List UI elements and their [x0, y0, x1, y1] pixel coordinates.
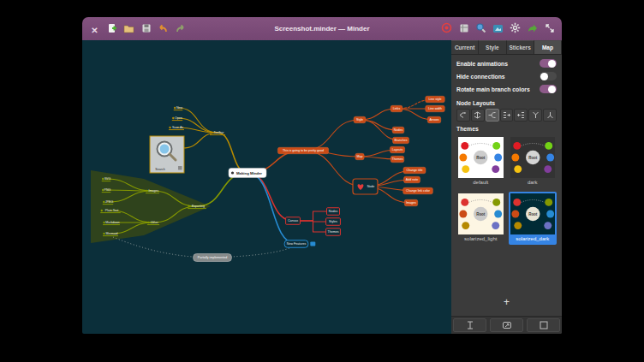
theme-preview: Root: [510, 137, 556, 178]
tab-stickers[interactable]: Stickers: [507, 40, 534, 54]
mindmap-node-linestyle[interactable]: Line style: [426, 96, 445, 103]
fullscreen-button[interactable]: [543, 22, 556, 35]
mindmap-node-search[interactable]: Search: [150, 136, 184, 173]
theme-tile-dark[interactable]: Rootdark: [509, 135, 558, 188]
mindmap-node-changetitle[interactable]: Change title: [403, 167, 426, 174]
mindmap-node-new[interactable]: New: [174, 106, 183, 110]
mindmap-node-style[interactable]: Style: [354, 116, 366, 123]
node-label: Line style: [428, 98, 441, 101]
node-label: PNG: [104, 188, 111, 192]
export-button[interactable]: [526, 22, 539, 35]
mindmap-canvas[interactable]: Making MinderToolbarNewOpenSave AsSearch…: [82, 40, 451, 334]
mindmap-node-changelink[interactable]: Change link color: [403, 187, 433, 194]
themes-label: Themes: [456, 126, 557, 132]
theme-name: default: [458, 178, 504, 187]
toggle-row-hide-connections: Hide connections: [456, 72, 557, 80]
node-label: Mermaid: [106, 232, 118, 235]
branch-edge: [247, 173, 293, 221]
focus-mode-button[interactable]: [440, 22, 453, 35]
mindmap-node-markdown[interactable]: Markdown: [103, 221, 120, 224]
theme-swatch: Root: [510, 137, 556, 178]
mindmap-node-mermaid[interactable]: Mermaid: [103, 232, 118, 235]
node-label: Save As: [172, 126, 183, 129]
theme-preview: Root: [458, 137, 504, 178]
frame-view-button[interactable]: [527, 318, 560, 332]
mindmap-node-branches[interactable]: Branches: [393, 137, 409, 144]
node-label: Exporting: [192, 205, 205, 208]
save-icon: [141, 21, 152, 37]
mindmap-node-nodes-red[interactable]: Nodes: [327, 208, 340, 216]
tab-current[interactable]: Current: [451, 40, 479, 54]
redo-button[interactable]: [174, 22, 187, 35]
mindmap-node-themes-map[interactable]: Themes: [391, 156, 404, 163]
mindmap-node-links[interactable]: Links: [391, 105, 402, 112]
titlebar-left-actions: ✕: [88, 22, 187, 35]
tab-style[interactable]: Style: [479, 40, 506, 54]
theme-swatch: Root: [510, 193, 556, 234]
new-document-button[interactable]: [105, 22, 118, 35]
branch-edge: [218, 133, 247, 173]
tab-map[interactable]: Map: [534, 40, 562, 54]
layout-to-right-button[interactable]: [500, 109, 514, 122]
add-theme-button[interactable]: +: [498, 296, 516, 308]
mindmap-node-saveas[interactable]: Save As: [169, 126, 184, 129]
toggle-row-rotate-main-branch-colors: Rotate main branch colors: [456, 85, 557, 93]
mindmap-node-images-node[interactable]: Images: [404, 199, 418, 206]
mindmap-node-themes-red[interactable]: Themes: [326, 228, 341, 236]
layout-to-right-icon: [503, 111, 510, 119]
close-icon: ✕: [91, 21, 98, 37]
node-label: Themes: [392, 157, 403, 161]
close-button[interactable]: ✕: [88, 22, 101, 35]
layout-vertical-button[interactable]: [471, 109, 485, 122]
toggle-switch[interactable]: [540, 72, 557, 80]
mindmap-node-thisis[interactable]: This is going to be pretty good: [277, 147, 328, 154]
save-button[interactable]: [140, 22, 152, 35]
open-folder-button[interactable]: [122, 22, 135, 35]
mindmap-node-arrows[interactable]: Arrows: [427, 116, 441, 123]
theme-name: solarized_light: [458, 234, 504, 243]
node-label: Links: [393, 107, 401, 110]
theme-tile-default[interactable]: Rootdefault: [456, 135, 505, 188]
mindmap-node-addnote[interactable]: Add note: [404, 176, 420, 183]
node-label: This is going to be pretty good: [283, 149, 324, 152]
theme-tile-solarized_dark[interactable]: Rootsolarized_dark: [509, 192, 558, 245]
undo-icon: [158, 21, 169, 37]
layout-manual-button[interactable]: [456, 109, 470, 122]
switch-knob: [540, 73, 548, 80]
layout-horizontal-button[interactable]: [486, 109, 499, 122]
branch-edge: [247, 173, 296, 244]
mindmap-node-styles-red[interactable]: Styles: [326, 218, 341, 226]
node-label: Map: [357, 155, 363, 158]
undo-button[interactable]: [157, 22, 170, 35]
mindmap-node-nodes-style[interactable]: Nodes: [392, 127, 404, 134]
mindmap-node-layouts[interactable]: Layouts: [390, 146, 404, 153]
layout-upwards-button[interactable]: [528, 109, 542, 122]
sidebar-bottom-bar: [451, 316, 562, 334]
layout-downwards-button[interactable]: [543, 109, 557, 122]
height-fit-button[interactable]: [453, 318, 486, 332]
mindmap-node-open[interactable]: Open: [172, 116, 182, 120]
mindmap-node-heart-node[interactable]: Node: [353, 179, 378, 194]
search-button[interactable]: [474, 22, 487, 35]
theme-name: solarized_dark: [510, 234, 556, 243]
board-button[interactable]: [457, 22, 470, 35]
toggle-switch[interactable]: [540, 85, 557, 93]
mindmap-node-map[interactable]: Map: [355, 153, 364, 160]
settings-button[interactable]: [509, 22, 522, 35]
note-badge-icon: [310, 242, 315, 246]
magnifier-lens: [160, 145, 170, 154]
thumbnail-export-button[interactable]: [490, 318, 523, 332]
theme-tile-solarized_light[interactable]: Rootsolarized_light: [456, 192, 505, 245]
height-fit-icon: [465, 320, 475, 330]
mindmap-node-newfeatures[interactable]: New Features: [284, 240, 315, 248]
mindmap-node-canvas-node[interactable]: Canvas: [286, 217, 301, 225]
node-label: Canvas: [288, 219, 298, 223]
toggle-switch[interactable]: [540, 59, 557, 68]
overview-button[interactable]: [492, 22, 504, 35]
node-label: New Features: [287, 242, 307, 246]
node-label: Layouts: [392, 148, 403, 151]
layout-to-left-button[interactable]: [514, 109, 528, 122]
mindmap-node-root[interactable]: Making Minder: [229, 169, 266, 178]
mindmap-node-linewidth[interactable]: Line width: [426, 105, 445, 112]
connection-label[interactable]: Partially implemented: [194, 254, 232, 262]
